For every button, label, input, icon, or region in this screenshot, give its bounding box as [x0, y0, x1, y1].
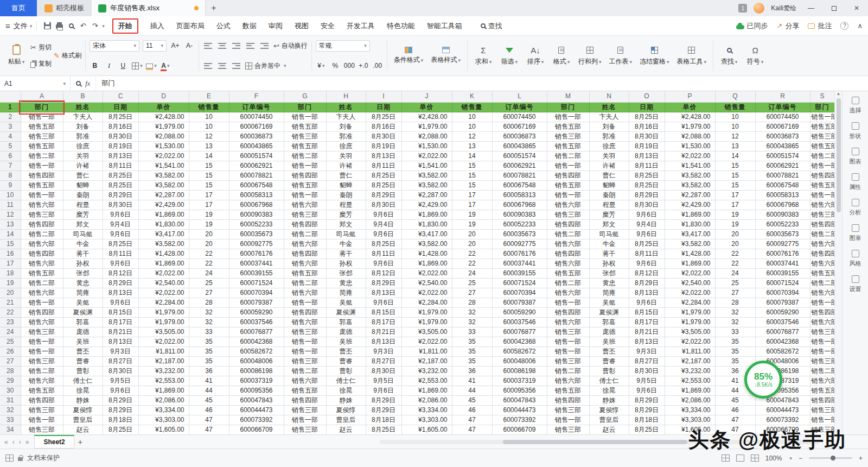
cell[interactable]: 600095356 [229, 386, 284, 395]
cell[interactable]: 8月25日 [366, 239, 401, 249]
cell[interactable]: 600086198 [492, 366, 547, 376]
cell[interactable]: 销售一部 [547, 415, 589, 425]
cell[interactable]: ¥1,811.00 [665, 346, 715, 356]
cell[interactable]: 10 [715, 122, 755, 131]
cell[interactable]: 8月25日 [629, 239, 665, 249]
cell[interactable]: 销售二部 [547, 278, 589, 288]
cell[interactable]: 600035673 [492, 229, 547, 239]
cell[interactable]: ¥2,088.00 [665, 131, 715, 141]
cell[interactable]: 销售二部 [284, 278, 326, 288]
cell[interactable]: 600582672 [755, 346, 810, 356]
cell[interactable]: 8月30日 [366, 366, 401, 376]
cell[interactable]: 32 [452, 317, 492, 327]
cell[interactable]: 8月15日 [629, 307, 665, 317]
cell[interactable]: 吴懿 [63, 298, 103, 307]
merge-center-button[interactable]: 合并居中▾ [245, 60, 286, 71]
cell[interactable]: 销售一部 [21, 190, 63, 200]
cell[interactable]: 22 [715, 249, 755, 258]
cell[interactable]: 8月29日 [629, 278, 665, 288]
cell[interactable]: 销售四部 [21, 171, 63, 180]
minimize-button[interactable]: — [803, 0, 819, 16]
cell[interactable]: 吴班 [63, 337, 103, 346]
cell[interactable]: 44 [189, 386, 229, 395]
window-count-badge[interactable]: 1 [738, 4, 747, 12]
cell[interactable]: ¥1,530.00 [665, 141, 715, 151]
cell[interactable]: 8月25日 [103, 425, 138, 434]
cell[interactable]: 8月18日 [103, 415, 138, 425]
maximize-button[interactable] [826, 0, 842, 16]
cell[interactable]: 牛金 [326, 239, 366, 249]
header-cell[interactable]: 单价 [401, 102, 452, 112]
cell[interactable]: 8月30日 [629, 200, 665, 210]
header-cell[interactable]: 订单编号 [492, 102, 547, 112]
cell[interactable]: 庞德 [589, 327, 629, 337]
cell[interactable]: 600067968 [492, 200, 547, 210]
cell[interactable]: 600036873 [755, 131, 810, 141]
avatar[interactable] [754, 3, 764, 14]
cell[interactable]: 许褚 [326, 161, 366, 171]
cell[interactable]: 33 [189, 327, 229, 337]
cell[interactable]: 曹皇后 [63, 415, 103, 425]
cell[interactable]: 销售六部 [810, 317, 834, 327]
cell[interactable]: 17 [715, 200, 755, 210]
cell[interactable]: 糜芳 [63, 210, 103, 219]
row-header-5[interactable]: 5 [0, 141, 21, 151]
cell[interactable]: 17 [189, 190, 229, 200]
cell[interactable]: 静姝 [589, 395, 629, 405]
cell[interactable]: 8月30日 [103, 366, 138, 376]
cell[interactable]: 张郃 [326, 268, 366, 278]
cell[interactable]: ¥2,187.00 [665, 356, 715, 366]
cell[interactable]: 25 [715, 278, 755, 288]
cell[interactable]: 9月6日 [103, 386, 138, 395]
cell[interactable]: 销售六部 [284, 317, 326, 327]
cell[interactable]: 静姝 [326, 395, 366, 405]
cell[interactable]: 秦朗 [326, 190, 366, 200]
increase-indent-button[interactable] [259, 40, 270, 51]
cell[interactable]: ¥2,022.00 [138, 268, 189, 278]
cell[interactable]: 15 [189, 180, 229, 190]
row-header-1[interactable]: 1 [0, 102, 21, 112]
cell[interactable]: 9月4日 [366, 219, 401, 229]
cell[interactable]: 卞夫人 [326, 112, 366, 122]
cell[interactable]: 600076877 [492, 327, 547, 337]
docer-template-tab[interactable]: 稻壳模板 [37, 0, 92, 16]
cell[interactable]: 销售四部 [810, 249, 834, 258]
cell[interactable]: 14 [189, 151, 229, 161]
header-cell[interactable]: 日期 [103, 102, 138, 112]
decrease-font-button[interactable]: A- [184, 40, 195, 51]
cell[interactable]: 28 [189, 298, 229, 307]
cell[interactable]: 600073392 [755, 415, 810, 425]
cell[interactable]: 8月25日 [366, 171, 401, 180]
page-break-view-icon[interactable] [751, 455, 759, 462]
cell[interactable]: 600095356 [492, 386, 547, 395]
cell[interactable]: 27 [452, 288, 492, 298]
col-header-R[interactable]: R [755, 91, 810, 102]
cell[interactable]: 8月29日 [103, 190, 138, 200]
cell[interactable]: 8月25日 [366, 180, 401, 190]
cell[interactable]: 28 [715, 298, 755, 307]
cell[interactable]: ¥3,582.00 [401, 239, 452, 249]
cell[interactable]: ¥2,287.00 [401, 190, 452, 200]
align-middle-button[interactable] [217, 40, 228, 51]
cell[interactable]: 600582672 [229, 346, 284, 356]
cell[interactable]: 销售二部 [21, 151, 63, 161]
cell[interactable]: 600044473 [229, 405, 284, 415]
cell[interactable]: 销售二部 [284, 229, 326, 239]
cell[interactable]: 35 [189, 337, 229, 346]
cell[interactable]: 600043865 [755, 141, 810, 151]
sheet-tab-sheet2[interactable]: Sheet2 [34, 435, 74, 449]
cell[interactable]: 600043865 [229, 141, 284, 151]
cell[interactable]: 600079387 [492, 298, 547, 307]
cell[interactable]: 600074450 [492, 112, 547, 122]
cell[interactable]: 销售一部 [810, 298, 834, 307]
cell[interactable]: 销售三部 [21, 131, 63, 141]
cell[interactable]: 15 [715, 161, 755, 171]
cell[interactable]: 8月29日 [103, 395, 138, 405]
cell[interactable]: 15 [189, 161, 229, 171]
cell[interactable]: 吴班 [589, 337, 629, 346]
row-header-30[interactable]: 30 [0, 386, 21, 395]
cell[interactable]: 刘备 [63, 122, 103, 131]
header-cell[interactable]: 销售量 [452, 102, 492, 112]
cell[interactable]: 600042368 [229, 337, 284, 346]
cell[interactable]: 9月6日 [366, 298, 401, 307]
